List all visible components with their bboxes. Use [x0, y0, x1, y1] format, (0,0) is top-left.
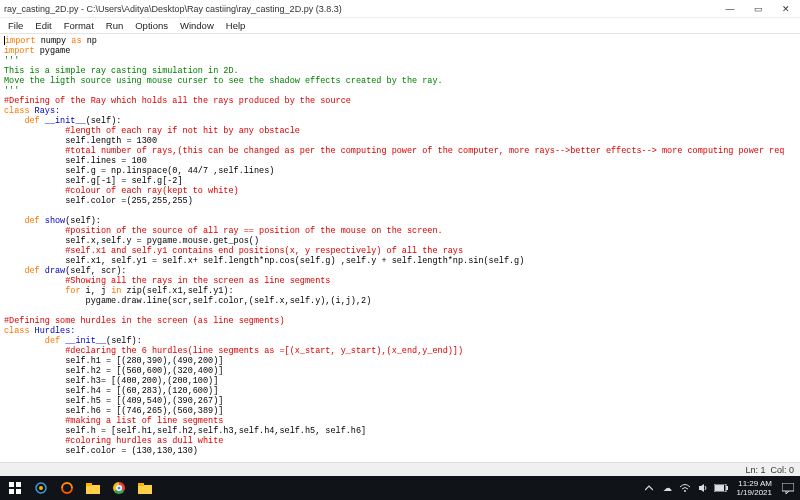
kw-def: def	[4, 336, 60, 346]
kw-import: import	[4, 46, 35, 56]
wifi-icon[interactable]	[678, 483, 692, 493]
start-button[interactable]	[2, 476, 28, 500]
minimize-button[interactable]: —	[716, 0, 744, 18]
titlebar[interactable]: ray_casting_2D.py - C:\Users\Aditya\Desk…	[0, 0, 800, 18]
menu-edit[interactable]: Edit	[29, 20, 57, 31]
tray-overflow-icon[interactable]	[642, 484, 656, 492]
svg-rect-3	[16, 489, 21, 494]
status-col: Col: 0	[770, 465, 794, 475]
system-tray: ☁ 11:29 AM 1/19/2021	[642, 479, 798, 497]
kw-def: def	[4, 266, 40, 276]
kw-in: in	[111, 286, 121, 296]
menu-help[interactable]: Help	[220, 20, 252, 31]
menu-window[interactable]: Window	[174, 20, 220, 31]
taskbar-folder[interactable]	[132, 476, 158, 500]
svg-point-5	[39, 486, 43, 490]
taskbar-chrome[interactable]	[106, 476, 132, 500]
kw-class: class	[4, 326, 30, 336]
svg-rect-1	[16, 482, 21, 487]
svg-point-10	[684, 490, 686, 492]
title-text: ray_casting_2D.py - C:\Users\Aditya\Desk…	[4, 4, 342, 14]
taskbar-app-1[interactable]	[28, 476, 54, 500]
menu-format[interactable]: Format	[58, 20, 100, 31]
onedrive-icon[interactable]: ☁	[660, 483, 674, 493]
window-controls: — ▭ ✕	[716, 0, 800, 18]
menu-run[interactable]: Run	[100, 20, 129, 31]
close-button[interactable]: ✕	[772, 0, 800, 18]
svg-rect-8	[138, 485, 152, 494]
svg-rect-2	[9, 489, 14, 494]
menu-file[interactable]: File	[2, 20, 29, 31]
chrome-icon	[113, 482, 125, 494]
idle-window: ray_casting_2D.py - C:\Users\Aditya\Desk…	[0, 0, 800, 500]
taskbar-file-explorer[interactable]	[80, 476, 106, 500]
notifications-icon[interactable]	[780, 481, 796, 495]
status-ln: Ln: 1	[745, 465, 765, 475]
battery-icon[interactable]	[714, 484, 728, 492]
kw-class: class	[4, 106, 30, 116]
time-text: 11:29 AM	[738, 479, 772, 488]
kw-for: for	[4, 286, 81, 296]
svg-rect-13	[715, 485, 724, 491]
svg-rect-14	[782, 483, 794, 491]
statusbar: Ln: 1 Col: 0	[0, 462, 800, 476]
kw-def: def	[4, 216, 40, 226]
kw-as: as	[71, 36, 81, 46]
clock[interactable]: 11:29 AM 1/19/2021	[732, 479, 776, 497]
taskbar: ☁ 11:29 AM 1/19/2021	[0, 476, 800, 500]
menubar: File Edit Format Run Options Window Help	[0, 18, 800, 34]
svg-rect-0	[9, 482, 14, 487]
menu-options[interactable]: Options	[129, 20, 174, 31]
volume-icon[interactable]	[696, 483, 710, 493]
kw-import: import	[5, 36, 36, 46]
kw-def: def	[4, 116, 40, 126]
svg-rect-7	[86, 483, 92, 486]
code-editor[interactable]: import numpy as np import pygame ''' Thi…	[0, 34, 800, 462]
svg-rect-9	[138, 483, 144, 486]
svg-rect-12	[726, 486, 728, 490]
maximize-button[interactable]: ▭	[744, 0, 772, 18]
svg-rect-6	[86, 485, 100, 494]
taskbar-app-2[interactable]	[54, 476, 80, 500]
date-text: 1/19/2021	[736, 488, 772, 497]
